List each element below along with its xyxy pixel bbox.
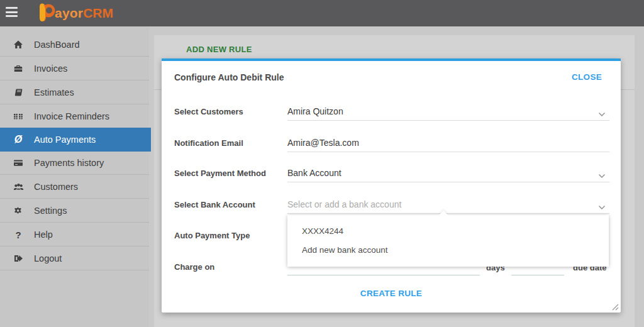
- resize-handle[interactable]: [611, 302, 619, 311]
- logo-mark-icon: [38, 1, 57, 25]
- create-rule-button[interactable]: CREATE RULE: [162, 289, 621, 298]
- sidebar-item-payments-history[interactable]: Payments history: [0, 152, 149, 175]
- select-payment-method-value[interactable]: Bank Account: [287, 168, 341, 178]
- sidebar-item-customers[interactable]: Customers: [0, 175, 149, 199]
- sidebar-item-invoices[interactable]: Invoices: [0, 57, 149, 80]
- sidebar-item-invoice-reminders[interactable]: Invoice Reminders: [0, 105, 149, 128]
- input-underline: [287, 152, 609, 152]
- chevron-down-icon[interactable]: [598, 108, 606, 113]
- sidebar-item-label: Invoices: [34, 64, 67, 74]
- notification-email-input[interactable]: Amira@Tesla.com: [287, 138, 359, 148]
- sidebar-item-logout[interactable]: Logout: [0, 247, 149, 270]
- select-payment-method-label: Select Payment Method: [174, 169, 266, 178]
- select-bank-account-placeholder[interactable]: Select or add a bank account: [287, 199, 401, 209]
- chevron-down-icon[interactable]: [598, 170, 606, 175]
- charge-on-label: Charge on: [174, 262, 214, 272]
- sidebar-item-label: Customers: [34, 182, 78, 192]
- bank-account-dropdown: XXXX4244 Add new bank account: [287, 215, 609, 267]
- sidebar-item-help[interactable]: ? Help: [0, 223, 149, 247]
- gear-icon: [10, 206, 26, 216]
- input-underline: [287, 120, 609, 121]
- hamburger-menu-icon[interactable]: [6, 7, 22, 19]
- notification-email-label: Notification Email: [174, 138, 243, 148]
- logo-text-suffix: CRM: [83, 6, 113, 21]
- book-icon: [10, 87, 26, 97]
- briefcase-icon: [10, 64, 26, 74]
- auto-sync-icon: Ø: [10, 135, 26, 145]
- dropdown-option-add-new-bank-account[interactable]: Add new bank account: [302, 245, 388, 255]
- chevron-down-icon[interactable]: [598, 201, 606, 206]
- modal-title: Configure Auto Debit Rule: [174, 72, 284, 82]
- sidebar-item-label: Settings: [34, 206, 67, 216]
- sidebar-item-label: Help: [34, 230, 53, 240]
- sidebar-item-label: Auto Payments: [34, 135, 96, 145]
- input-underline: [287, 213, 609, 214]
- sidebar-item-auto-payments[interactable]: Ø Auto Payments: [0, 128, 151, 152]
- sidebar-item-label: Logout: [34, 253, 62, 263]
- sidebar-item-label: DashBoard: [34, 40, 80, 50]
- app-logo[interactable]: ayor CRM: [38, 3, 113, 24]
- close-button[interactable]: CLOSE: [572, 72, 602, 82]
- dropdown-caret: [439, 211, 448, 219]
- logo-text: ayor: [55, 6, 83, 21]
- select-customers-value[interactable]: Amira Quitzon: [287, 106, 343, 116]
- auto-payment-type-label: Auto Payment Type: [174, 231, 250, 240]
- select-customers-label: Select Customers: [174, 107, 243, 116]
- dropdown-option-bank-account[interactable]: XXXX4244: [302, 226, 343, 236]
- input-underline: [287, 182, 609, 182]
- configure-auto-debit-rule-modal: Configure Auto Debit Rule CLOSE Select C…: [162, 58, 621, 313]
- sidebar-item-label: Estimates: [34, 87, 74, 97]
- users-icon: [10, 182, 26, 192]
- select-bank-account-label: Select Bank Account: [174, 200, 255, 209]
- sidebar-item-label: Invoice Reminders: [34, 111, 109, 121]
- sidebar-item-settings[interactable]: Settings: [0, 199, 149, 223]
- app-header: ayor CRM: [0, 0, 644, 26]
- add-new-rule-button[interactable]: ADD NEW RULE: [186, 45, 252, 54]
- days-input-underline[interactable]: [287, 275, 480, 275]
- logout-icon: [10, 253, 26, 263]
- sidebar: DashBoard Invoices Estimates: [0, 26, 149, 327]
- credit-card-icon: [10, 158, 26, 168]
- question-icon: ?: [10, 230, 26, 240]
- sidebar-item-label: Payments history: [34, 158, 104, 168]
- due-date-input-underline[interactable]: [511, 275, 564, 275]
- sidebar-item-dashboard[interactable]: DashBoard: [0, 33, 149, 57]
- home-icon: [10, 40, 26, 50]
- grid-icon: [10, 111, 26, 121]
- sidebar-item-estimates[interactable]: Estimates: [0, 81, 149, 104]
